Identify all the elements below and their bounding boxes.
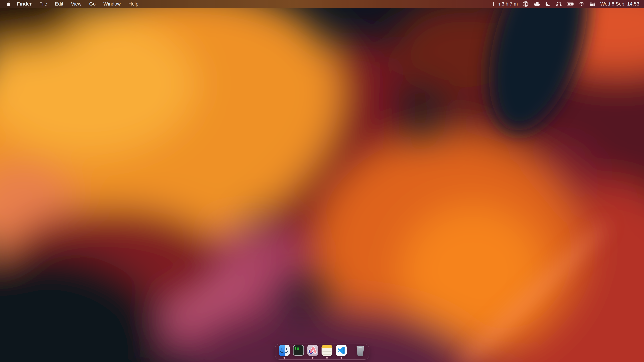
svg-text:$: $ xyxy=(294,347,296,350)
docker-menu-extra[interactable] xyxy=(534,1,540,6)
battery-bolt-icon xyxy=(569,2,572,5)
dock-item-arc[interactable] xyxy=(307,345,318,359)
menu-bar-clock[interactable]: Wed 6 Sep 14:53 xyxy=(600,1,639,7)
menu-view[interactable]: View xyxy=(67,0,85,8)
one-password-icon xyxy=(523,1,528,7)
notes-icon xyxy=(322,345,332,356)
vscode-icon xyxy=(336,345,347,356)
wifi-icon xyxy=(578,2,585,6)
arc-browser-icon xyxy=(307,345,318,356)
apple-menu[interactable] xyxy=(5,0,13,8)
audio-menu-extra[interactable] xyxy=(556,1,562,7)
running-indicator xyxy=(340,357,342,359)
countdown-bar-icon xyxy=(493,2,494,6)
trash-empty-icon xyxy=(355,345,365,357)
docker-icon xyxy=(534,1,540,6)
menu-help[interactable]: Help xyxy=(124,0,142,8)
focus-menu-extra[interactable] xyxy=(546,1,551,7)
dock-item-notes[interactable] xyxy=(322,345,332,359)
dock-separator xyxy=(351,345,351,357)
battery-charging-icon xyxy=(567,2,574,5)
dock-item-finder[interactable] xyxy=(279,345,290,359)
battery-menu-extra[interactable] xyxy=(567,2,574,5)
countdown-label: in 3 h 7 m xyxy=(496,1,518,7)
dock: $ xyxy=(275,344,369,360)
battery-nub xyxy=(574,3,574,5)
clock-time: 14:53 xyxy=(627,1,639,7)
focus-moon-icon xyxy=(546,1,551,7)
app-menu-finder[interactable]: Finder xyxy=(13,0,36,8)
apple-logo-icon xyxy=(6,1,10,7)
desktop-wallpaper xyxy=(0,0,644,362)
menu-window[interactable]: Window xyxy=(100,0,124,8)
headphones-icon xyxy=(556,1,562,7)
dock-item-vscode[interactable] xyxy=(336,345,347,359)
terminal-icon: $ xyxy=(293,345,304,356)
menu-file[interactable]: File xyxy=(36,0,51,8)
menu-go[interactable]: Go xyxy=(85,0,100,8)
menu-bar-status: in 3 h 7 m xyxy=(493,0,639,8)
control-center-menu-extra[interactable] xyxy=(590,2,595,6)
dock-item-trash[interactable] xyxy=(355,345,365,357)
finder-icon xyxy=(279,345,290,356)
menu-edit[interactable]: Edit xyxy=(51,0,67,8)
clock-date: Wed 6 Sep xyxy=(600,1,624,7)
control-center-icon xyxy=(590,2,595,6)
menu-bar-left: Finder File Edit View Go Window Help xyxy=(5,0,142,8)
one-password-menu-extra[interactable] xyxy=(523,1,528,7)
running-indicator xyxy=(312,357,314,359)
running-indicator xyxy=(326,357,328,359)
menu-bar: Finder File Edit View Go Window Help in … xyxy=(0,0,644,8)
dock-item-terminal[interactable]: $ xyxy=(293,345,304,359)
countdown-menu-extra[interactable]: in 3 h 7 m xyxy=(493,1,518,7)
running-indicator xyxy=(284,357,285,359)
wifi-menu-extra[interactable] xyxy=(578,2,585,6)
